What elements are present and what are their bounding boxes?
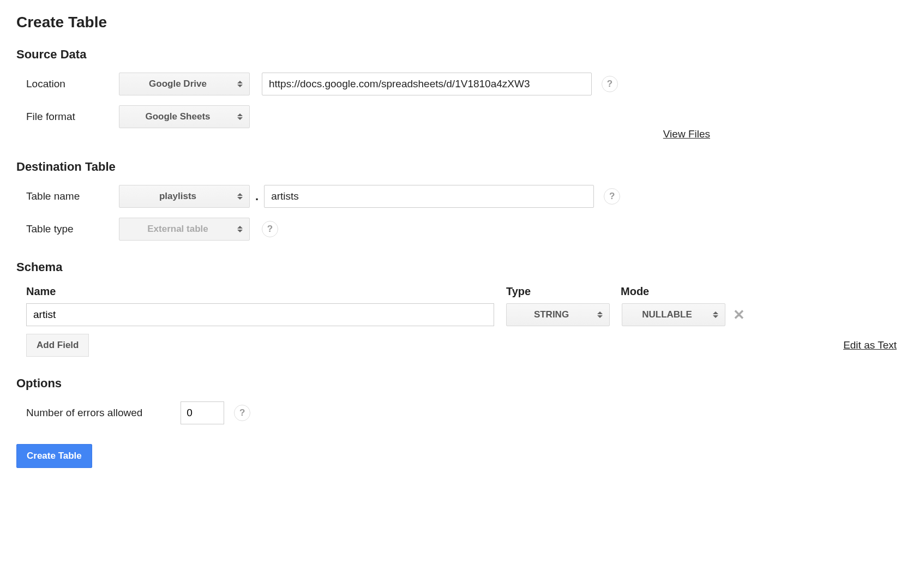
table-name-input[interactable] [264, 185, 594, 208]
location-url-input[interactable] [262, 73, 592, 95]
edit-as-text-link[interactable]: Edit as Text [843, 339, 897, 351]
help-icon[interactable]: ? [234, 405, 250, 421]
schema-field-name-input[interactable] [26, 303, 494, 326]
errors-input[interactable] [181, 401, 224, 424]
table-name-label: Table name [26, 190, 119, 202]
location-select[interactable]: Google Drive [119, 73, 250, 95]
destination-heading: Destination Table [16, 160, 897, 174]
updown-icon [597, 311, 603, 318]
location-label: Location [26, 78, 119, 90]
options-section: Options Number of errors allowed ? [16, 376, 897, 424]
errors-label: Number of errors allowed [26, 407, 142, 419]
file-format-select-value: Google Sheets [145, 111, 210, 122]
table-type-select: External table [119, 218, 250, 241]
schema-section: Schema Name Type Mode STRING NULLABLE ✕ … [16, 260, 897, 357]
table-name-row: Table name playlists . ? [16, 185, 897, 208]
source-data-section: Source Data Location Google Drive ? File… [16, 47, 897, 140]
remove-field-icon[interactable]: ✕ [733, 307, 745, 323]
table-type-row: Table type External table ? [16, 218, 897, 241]
errors-row: Number of errors allowed ? [16, 401, 897, 424]
source-data-heading: Source Data [16, 47, 897, 62]
help-icon[interactable]: ? [602, 76, 618, 92]
schema-actions-row: Add Field Edit as Text [16, 334, 897, 357]
schema-field-mode-select[interactable]: NULLABLE [622, 303, 725, 326]
location-row: Location Google Drive ? [16, 73, 897, 95]
create-table-button[interactable]: Create Table [16, 444, 92, 468]
table-type-label: Table type [26, 223, 119, 235]
schema-header-row: Name Type Mode [16, 285, 897, 298]
schema-name-header: Name [26, 285, 506, 298]
schema-type-header: Type [506, 285, 621, 298]
schema-field-row: STRING NULLABLE ✕ [16, 303, 897, 326]
dataset-select[interactable]: playlists [119, 185, 250, 208]
location-select-value: Google Drive [149, 79, 207, 89]
updown-icon [713, 311, 718, 318]
destination-section: Destination Table Table name playlists .… [16, 160, 897, 241]
updown-icon [237, 81, 243, 87]
schema-field-type-select[interactable]: STRING [506, 303, 610, 326]
schema-mode-header: Mode [621, 285, 649, 298]
updown-icon [237, 193, 243, 200]
schema-field-type-value: STRING [534, 309, 569, 320]
schema-field-mode-value: NULLABLE [642, 309, 692, 320]
file-format-select[interactable]: Google Sheets [119, 105, 250, 128]
add-field-button[interactable]: Add Field [26, 334, 89, 357]
help-icon[interactable]: ? [604, 188, 620, 205]
options-heading: Options [16, 376, 897, 391]
updown-icon [237, 226, 243, 232]
help-icon[interactable]: ? [262, 221, 278, 237]
dataset-select-value: playlists [159, 191, 196, 202]
file-format-row: File format Google Sheets [16, 105, 897, 128]
table-type-select-value: External table [147, 224, 208, 235]
schema-heading: Schema [16, 260, 897, 274]
updown-icon [237, 113, 243, 120]
view-files-link[interactable]: View Files [663, 128, 710, 140]
page-title: Create Table [16, 14, 897, 31]
file-format-label: File format [26, 111, 119, 123]
dot-separator: . [250, 189, 264, 203]
